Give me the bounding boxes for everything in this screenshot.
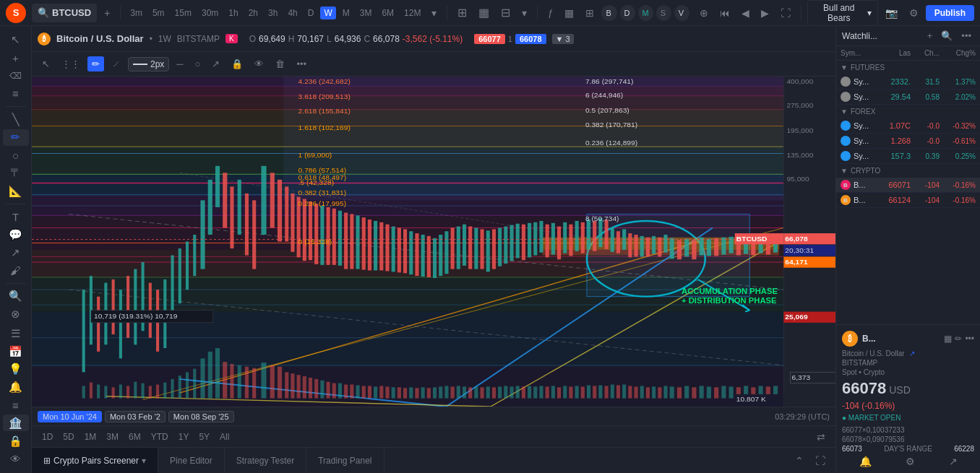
alerts-side-btn[interactable]: 🔔: [3, 379, 29, 396]
tf-3h[interactable]: 3h: [265, 6, 281, 19]
v-badge[interactable]: V: [674, 5, 689, 21]
crypto-section-header[interactable]: ▼ CRYPTO: [836, 164, 980, 178]
tf-3m[interactable]: 3m: [126, 6, 146, 19]
add-symbol-btn[interactable]: +: [100, 5, 114, 21]
eraser-tool[interactable]: ⌫: [3, 68, 29, 84]
minimize-panel-btn[interactable]: ⌃: [791, 453, 808, 469]
alert-btn[interactable]: ⊕: [695, 5, 713, 21]
tf-2h[interactable]: 2h: [245, 6, 262, 19]
draw-dots[interactable]: ⋮⋮: [57, 56, 85, 71]
zoom-tool[interactable]: 🔍: [3, 288, 29, 305]
tf-3m-bottom[interactable]: 3M: [102, 430, 123, 443]
m-badge[interactable]: M: [638, 5, 653, 21]
callout-tool[interactable]: 💬: [3, 227, 29, 243]
magnet-tool[interactable]: ⊗: [3, 306, 29, 323]
tf-1h[interactable]: 1h: [225, 6, 241, 19]
tf-all[interactable]: All: [215, 430, 233, 443]
fwd-btn[interactable]: ▶: [757, 5, 773, 21]
layers-side-btn[interactable]: ≡: [3, 397, 29, 414]
brush-tool[interactable]: 🖌: [3, 262, 29, 279]
draw-line[interactable]: ⟋: [107, 56, 125, 71]
tab-strategy-tester[interactable]: Strategy Tester: [225, 448, 306, 473]
b-badge[interactable]: B: [601, 5, 616, 21]
draw-eye[interactable]: 👁: [250, 56, 268, 71]
back-btn[interactable]: ◀: [737, 5, 754, 21]
si-settings-btn[interactable]: ⚙: [906, 456, 915, 467]
draw-circle[interactable]: ○: [191, 56, 205, 71]
trading-side-btn[interactable]: 🏦: [3, 415, 29, 431]
d-badge[interactable]: D: [620, 5, 635, 21]
fullscreen-btn[interactable]: ⛶: [776, 5, 795, 21]
compare-btn[interactable]: ⇄: [812, 429, 830, 445]
tf-dropdown-icon[interactable]: ▾: [427, 5, 441, 21]
draw-pencil[interactable]: ✏: [87, 56, 104, 71]
logo[interactable]: S: [6, 3, 26, 23]
si-grid-btn[interactable]: ▦: [944, 334, 952, 344]
tf-1d[interactable]: 1D: [38, 430, 57, 443]
forex-row-2[interactable]: Sy... 1.268 -0.0 -0.61%: [836, 134, 980, 149]
tf-ytd[interactable]: YTD: [147, 430, 173, 443]
tf-d[interactable]: D: [304, 6, 318, 19]
futures-section-header[interactable]: ▼ FUTURES: [836, 61, 980, 74]
watchlist-side-btn[interactable]: ☰: [3, 325, 29, 342]
date-jun24[interactable]: Mon 10 Jun '24: [38, 411, 102, 422]
ideas-side-btn[interactable]: 💡: [3, 361, 29, 378]
maximize-panel-btn[interactable]: ⛶: [811, 453, 830, 469]
draw-trash[interactable]: 🗑: [271, 56, 289, 71]
grid-btn[interactable]: ▦: [560, 5, 578, 21]
eye-side-btn[interactable]: 👁: [3, 451, 29, 467]
crosshair-tool[interactable]: +: [3, 50, 29, 66]
indicators-btn[interactable]: ƒ: [543, 5, 557, 20]
tf-6m-bottom[interactable]: 6M: [124, 430, 145, 443]
tf-12m[interactable]: 12M: [400, 6, 424, 19]
multi-chart-btn[interactable]: ⊞: [581, 5, 598, 21]
measure-tool[interactable]: 📐: [3, 183, 29, 199]
tf-1y[interactable]: 1Y: [174, 430, 194, 443]
box2[interactable]: 66078: [515, 34, 546, 44]
watchlist-search-btn[interactable]: 🔍: [938, 29, 955, 43]
date-feb2[interactable]: Mon 03 Feb '2: [105, 411, 166, 422]
si-share-btn[interactable]: ↗: [949, 456, 958, 467]
shape-tool[interactable]: ○: [3, 147, 29, 164]
tab-crypto-screener[interactable]: ⊞ Crypto Pairs Screener ▾: [32, 448, 158, 473]
tf-1m[interactable]: 1M: [80, 430, 101, 443]
tf-5y[interactable]: 5Y: [194, 430, 214, 443]
tf-4h[interactable]: 4h: [284, 6, 301, 19]
tab-pine-editor[interactable]: Pine Editor: [158, 448, 225, 473]
si-alert-bell-btn[interactable]: 🔔: [859, 456, 872, 467]
add-watchlist-btn[interactable]: +: [924, 29, 936, 43]
line-tool[interactable]: ╲: [3, 111, 29, 128]
symbol-search[interactable]: 🔍 BTCUSD: [32, 4, 97, 22]
chart-type-bar[interactable]: ⊞: [453, 4, 471, 22]
draw-cursor[interactable]: ↖: [38, 56, 54, 71]
settings-global-btn[interactable]: ⚙: [905, 5, 923, 21]
fib-tool[interactable]: 〒: [3, 165, 29, 181]
tf-6m[interactable]: 6M: [378, 6, 397, 19]
draw-lock[interactable]: 🔒: [227, 56, 247, 71]
text-tool-bars[interactable]: ≡: [3, 85, 29, 102]
camera-btn[interactable]: 📷: [881, 5, 902, 21]
si-pencil-btn[interactable]: ✏: [955, 334, 962, 344]
draw-more[interactable]: •••: [292, 56, 311, 71]
replay-btn[interactable]: ⏮: [715, 5, 734, 21]
chart-canvas[interactable]: 400,000 275,000 195,000 135,000 95,000 B…: [32, 77, 835, 407]
tf-15m[interactable]: 15m: [171, 6, 195, 19]
tf-30m[interactable]: 30m: [198, 6, 222, 19]
forex-row-3[interactable]: Sy... 157.3 0.39 0.25%: [836, 149, 980, 164]
draw-tool[interactable]: ✏: [3, 129, 29, 146]
tf-w[interactable]: W: [320, 6, 335, 19]
tf-m[interactable]: M: [339, 6, 353, 19]
lock-side-btn[interactable]: 🔒: [3, 433, 29, 449]
cursor-tool[interactable]: ↖: [3, 32, 29, 48]
tf-5m[interactable]: 5m: [149, 6, 168, 19]
crypto-row-1[interactable]: B B... 66071 -104 -0.16%: [836, 178, 980, 193]
crypto-row-2[interactable]: B B... 66124 -104 -0.16%: [836, 193, 980, 208]
forex-section-header[interactable]: ▼ FOREX: [836, 105, 980, 118]
date-sep25[interactable]: Mon 08 Sep '25: [168, 411, 234, 422]
publish-btn[interactable]: Publish: [926, 5, 974, 21]
tab-trading-panel[interactable]: Trading Panel: [306, 448, 384, 473]
futures-row-1[interactable]: Sy... 2332. 31.5 1.37%: [836, 74, 980, 90]
futures-row-2[interactable]: Sy... 29.54 0.58 2.02%: [836, 90, 980, 105]
box1[interactable]: 66077: [474, 34, 505, 44]
chart-type-candle[interactable]: ▦: [474, 4, 494, 22]
